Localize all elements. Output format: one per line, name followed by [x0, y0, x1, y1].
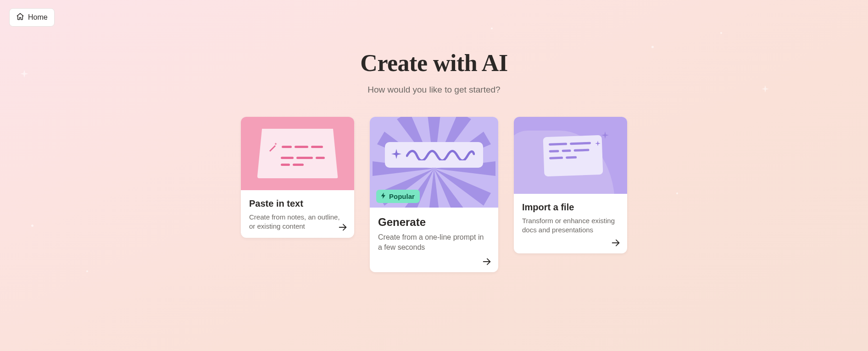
popular-label: Popular	[389, 192, 415, 200]
arrow-right-icon	[482, 257, 492, 267]
card-title: Generate	[378, 216, 490, 229]
svg-marker-7	[427, 169, 441, 208]
arrow-right-icon	[611, 238, 621, 248]
prompt-bar-illustration	[385, 142, 483, 168]
home-label: Home	[28, 13, 48, 22]
home-icon	[16, 12, 24, 22]
squiggle-icon	[406, 148, 475, 162]
wand-icon	[268, 141, 279, 152]
option-cards: Paste in text Create from notes, an outl…	[241, 117, 627, 272]
card-description: Create from notes, an outline, or existi…	[249, 213, 346, 231]
home-button[interactable]: Home	[9, 8, 55, 27]
card-title: Paste in text	[249, 198, 346, 209]
card-illustration: Popular	[370, 117, 498, 208]
page-subtitle: How would you like to get started?	[367, 85, 500, 95]
main-content: Create with AI How would you like to get…	[0, 0, 868, 272]
card-illustration	[241, 117, 354, 190]
sparkles-icon	[592, 130, 611, 154]
card-illustration	[514, 117, 627, 194]
card-description: Transform or enhance existing docs and p…	[522, 216, 619, 235]
arrow-right-icon	[338, 222, 348, 232]
sparkle-icon	[391, 149, 401, 161]
card-generate[interactable]: Popular Generate Create from a one-line …	[370, 117, 498, 272]
card-title: Import a file	[522, 202, 619, 213]
page-title: Create with AI	[360, 49, 507, 77]
lightning-icon	[380, 192, 387, 201]
card-description: Create from a one-line prompt in a few s…	[378, 232, 490, 252]
popular-badge: Popular	[376, 190, 420, 203]
card-paste-in-text[interactable]: Paste in text Create from notes, an outl…	[241, 117, 354, 238]
card-import-file[interactable]: Import a file Transform or enhance exist…	[514, 117, 627, 253]
